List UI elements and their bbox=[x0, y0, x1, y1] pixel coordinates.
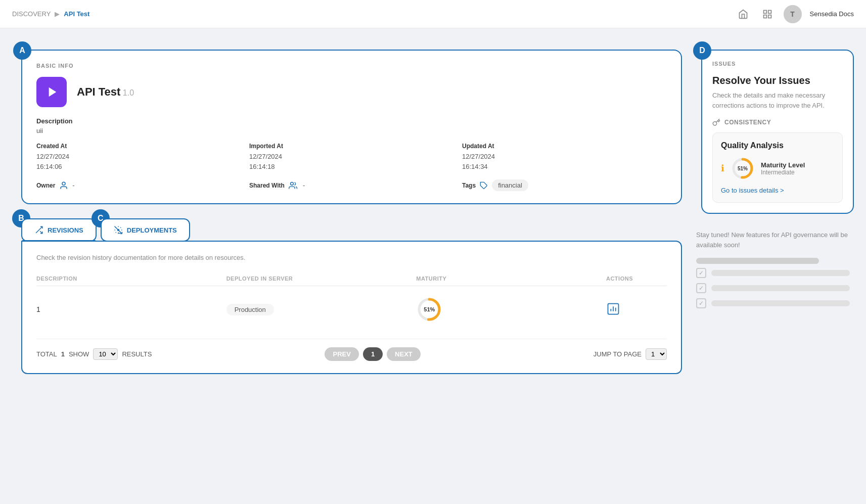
consistency-text: CONSISTENCY bbox=[724, 119, 771, 126]
svg-rect-0 bbox=[763, 10, 766, 13]
tags-icon bbox=[480, 181, 488, 190]
revisions-tab-label: REVISIONS bbox=[48, 226, 83, 234]
maturity-info: Maturity Level Intermediate bbox=[761, 161, 805, 176]
col-description: DESCRIPTION bbox=[36, 276, 226, 282]
next-button[interactable]: NEXT bbox=[387, 347, 421, 361]
created-at-label: Created At bbox=[36, 143, 241, 150]
api-version: 1.0 bbox=[123, 88, 134, 97]
check-bar-1 bbox=[711, 270, 850, 276]
placeholder-bar-1 bbox=[696, 258, 819, 264]
revisions-tab-wrapper: B REVISIONS bbox=[21, 218, 97, 242]
check-icon-3: ✓ bbox=[696, 298, 706, 308]
updated-at-section: Updated At 12/27/2024 16:14:34 bbox=[462, 143, 667, 171]
home-icon[interactable] bbox=[735, 6, 751, 22]
description-label: Description bbox=[36, 117, 667, 125]
check-icon-2: ✓ bbox=[696, 283, 706, 293]
owner-label: Owner bbox=[36, 182, 55, 189]
check-icon-1: ✓ bbox=[696, 268, 706, 278]
qa-title: Quality Analysis bbox=[721, 141, 834, 150]
basic-info-card: A BASIC INFO API Test 1.0 Description ui… bbox=[21, 50, 682, 204]
imported-at-section: Imported At 12/27/2024 16:14:18 bbox=[249, 143, 454, 171]
consistency-label: CONSISTENCY bbox=[712, 118, 843, 126]
tags-label: Tags bbox=[462, 182, 476, 189]
total-value: 1 bbox=[61, 350, 65, 358]
production-badge: Production bbox=[226, 304, 274, 315]
consistency-icon bbox=[712, 118, 720, 126]
right-panel: D ISSUES Resolve Your Issues Check the d… bbox=[692, 40, 854, 374]
shared-with-value: - bbox=[303, 181, 305, 189]
row-actions bbox=[606, 302, 667, 317]
col-actions: ACTIONS bbox=[606, 276, 667, 282]
deployments-tab[interactable]: DEPLOYMENTS bbox=[101, 218, 190, 242]
basic-info-label: BASIC INFO bbox=[36, 63, 667, 69]
prev-button[interactable]: PREV bbox=[325, 347, 358, 361]
show-label: SHOW bbox=[69, 350, 89, 358]
main-content: A BASIC INFO API Test 1.0 Description ui… bbox=[0, 28, 866, 374]
issues-card-title: Resolve Your Issues bbox=[712, 75, 843, 86]
maturity-label: 51% bbox=[424, 306, 435, 312]
placeholder-check-3: ✓ bbox=[696, 298, 850, 308]
top-navigation: DISCOVERY ▶ API Test T Sensedia Docs bbox=[0, 0, 866, 28]
tab-content-area: Check the revision history documentation… bbox=[21, 241, 682, 374]
breadcrumb-parent: DISCOVERY bbox=[12, 10, 51, 18]
issues-description: Check the details and make necessary cor… bbox=[712, 90, 843, 110]
updated-at-date: 12/27/2024 bbox=[462, 152, 667, 162]
stay-tuned-text: Stay tuned! New features for API governa… bbox=[696, 230, 850, 250]
api-info-header: API Test 1.0 bbox=[36, 77, 667, 107]
description-value: uii bbox=[36, 127, 667, 134]
api-title-area: API Test 1.0 bbox=[77, 85, 134, 99]
placeholder-check-2: ✓ bbox=[696, 283, 850, 293]
svg-rect-1 bbox=[768, 10, 771, 13]
owner-icon bbox=[59, 181, 68, 190]
badge-d: D bbox=[693, 41, 711, 60]
shared-with-icon bbox=[289, 181, 299, 190]
table-row: 1 Production 51% bbox=[36, 290, 667, 329]
meta-grid: Created At 12/27/2024 16:14:06 Imported … bbox=[36, 143, 667, 171]
updated-at-time: 16:14:34 bbox=[462, 162, 667, 172]
breadcrumb-current: API Test bbox=[64, 10, 89, 18]
pagination-info: TOTAL 1 SHOW 10 20 50 RESULTS bbox=[36, 348, 152, 360]
jump-select[interactable]: 1 bbox=[646, 348, 667, 360]
grid-icon[interactable] bbox=[759, 6, 776, 22]
results-label: RESULTS bbox=[122, 350, 152, 358]
breadcrumb-arrow: ▶ bbox=[55, 10, 60, 18]
avatar[interactable]: T bbox=[784, 5, 802, 23]
deployments-tab-label: DEPLOYMENTS bbox=[127, 226, 177, 234]
shared-with-section: Shared With - bbox=[249, 181, 454, 190]
qa-donut: 51% bbox=[731, 156, 755, 180]
deployments-icon bbox=[114, 225, 123, 235]
owner-value: - bbox=[72, 181, 74, 189]
created-at-time: 16:14:06 bbox=[36, 162, 241, 172]
total-label: TOTAL bbox=[36, 350, 57, 358]
tabs-section: B REVISIONS C bbox=[12, 218, 682, 374]
tab-description: Check the revision history documentation… bbox=[36, 254, 667, 261]
svg-point-5 bbox=[62, 182, 65, 185]
tag-financial: financial bbox=[492, 179, 528, 191]
report-icon[interactable] bbox=[606, 302, 620, 316]
show-select[interactable]: 10 20 50 bbox=[93, 348, 118, 360]
svg-rect-3 bbox=[768, 15, 771, 18]
tags-section: Tags financial bbox=[462, 179, 667, 191]
badge-a: A bbox=[13, 41, 31, 60]
created-at-section: Created At 12/27/2024 16:14:06 bbox=[36, 143, 241, 171]
updated-at-label: Updated At bbox=[462, 143, 667, 150]
svg-marker-4 bbox=[49, 87, 57, 97]
breadcrumb: DISCOVERY ▶ API Test bbox=[12, 10, 89, 18]
tabs-row: B REVISIONS C bbox=[12, 218, 682, 242]
page-1-button[interactable]: 1 bbox=[363, 347, 383, 361]
docs-link[interactable]: Sensedia Docs bbox=[810, 10, 854, 18]
owner-section: Owner - bbox=[36, 181, 241, 190]
jump-to: JUMP TO PAGE 1 bbox=[594, 348, 667, 360]
go-to-issues-link[interactable]: Go to issues details > bbox=[721, 187, 834, 194]
row-description: 1 bbox=[36, 305, 226, 313]
row-maturity: 51% bbox=[416, 296, 606, 323]
svg-point-6 bbox=[290, 182, 293, 185]
col-deployed: DEPLOYED IN SERVER bbox=[226, 276, 417, 282]
api-name: API Test bbox=[77, 85, 120, 98]
placeholder-check-1: ✓ bbox=[696, 268, 850, 278]
qa-info-icon: ℹ bbox=[721, 163, 724, 174]
maturity-donut: 51% bbox=[416, 296, 442, 323]
revisions-tab[interactable]: REVISIONS bbox=[21, 218, 97, 242]
qa-pct-label: 51% bbox=[738, 166, 748, 171]
maturity-level-value: Intermediate bbox=[761, 169, 805, 176]
